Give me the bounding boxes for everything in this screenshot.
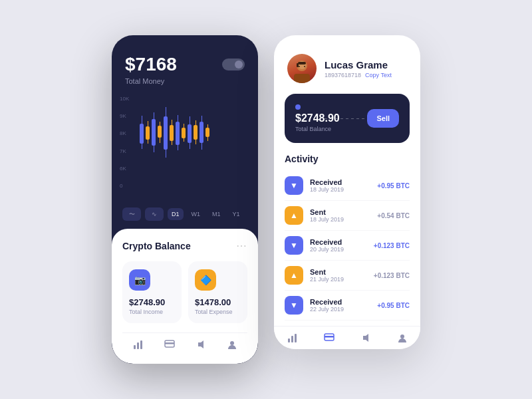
- toggle-button[interactable]: [222, 59, 245, 70]
- activity-amount-4: +0.123 BTC: [374, 272, 410, 279]
- crypto-balance-header: Crypto Balance ⋯: [122, 239, 247, 252]
- received-icon-1: ▼: [285, 176, 303, 195]
- svg-rect-1: [137, 342, 139, 349]
- expense-icon: 🔷: [195, 269, 216, 291]
- activity-info-1: Received 18 July 2019: [310, 178, 370, 193]
- time-filter-bar: 〜 ∿ D1 W1 M1 Y1: [112, 202, 258, 229]
- balance-dark-card: $2748.90 Total Balance Sell: [285, 94, 410, 143]
- activity-item-1: ▼ Received 18 July 2019 +0.95 BTC: [285, 171, 410, 201]
- nav-volume-icon[interactable]: [196, 340, 206, 350]
- nav-card-icon[interactable]: [164, 340, 175, 350]
- activity-item-4: ▲ Sent 21 July 2019 +0.123 BTC: [285, 261, 410, 291]
- income-icon: 📷: [129, 269, 150, 291]
- svg-point-6: [230, 341, 234, 345]
- chart-type-line[interactable]: 〜: [122, 207, 141, 221]
- svg-marker-5: [198, 340, 203, 348]
- svg-rect-0: [134, 345, 136, 349]
- svg-rect-16: [295, 334, 297, 342]
- total-balance-label: Total Balance: [295, 126, 340, 132]
- nav-chart-icon[interactable]: [133, 340, 144, 350]
- svg-point-13: [304, 66, 305, 67]
- right-phone: Lucas Grame 18937618718 Copy Text $2748.…: [274, 35, 420, 349]
- crypto-balance-title: Crypto Balance: [122, 241, 191, 251]
- activity-info-3: Received 20 July 2019: [310, 238, 367, 253]
- expense-card: 🔷 $1478.00 Total Expense: [188, 261, 247, 323]
- activity-info-4: Sent 21 July 2019: [310, 268, 367, 283]
- profile-id: 18937618718: [325, 72, 361, 78]
- candles: [137, 96, 250, 169]
- total-money-value: $7168: [125, 54, 177, 75]
- svg-rect-18: [325, 336, 334, 338]
- balance-dot: [295, 104, 301, 110]
- activity-info-2: Sent 18 July 2019: [310, 208, 370, 223]
- activity-amount-3: +0.123 BTC: [374, 242, 410, 249]
- activity-amount-1: +0.95 BTC: [377, 182, 410, 190]
- expense-amount: $1478.00: [195, 297, 241, 307]
- avatar: [287, 54, 317, 83]
- copy-text-button[interactable]: Copy Text: [365, 72, 392, 78]
- received-icon-3: ▼: [285, 236, 303, 255]
- timeframe-y1[interactable]: Y1: [229, 208, 244, 220]
- svg-rect-2: [140, 340, 142, 349]
- svg-rect-14: [288, 338, 290, 342]
- svg-point-12: [299, 66, 300, 67]
- activity-title: Activity: [285, 154, 410, 164]
- timeframe-w1[interactable]: W1: [188, 208, 205, 220]
- left-phone: $7168 Total Money 10K 9K 8K 7K 6K 0: [112, 35, 258, 364]
- right-nav-card-icon[interactable]: [324, 333, 334, 344]
- activity-item-2: ▲ Sent 18 July 2019 +0.54 BTC: [285, 201, 410, 231]
- candlestick-chart: 10K 9K 8K 7K 6K 0: [112, 96, 258, 202]
- svg-rect-4: [165, 342, 174, 344]
- activity-section: Activity ▼ Received 18 July 2019 +0.95 B…: [274, 154, 420, 321]
- right-bottom-nav: [274, 326, 420, 349]
- svg-rect-15: [291, 336, 293, 342]
- income-card: 📷 $2748.90 Total Income: [122, 261, 182, 323]
- balance-cards: 📷 $2748.90 Total Income 🔷 $1478.00 Total…: [122, 261, 247, 323]
- svg-marker-19: [363, 334, 368, 342]
- balance-label: Total Money: [125, 77, 245, 85]
- activity-info-5: Received 22 July 2019: [310, 298, 370, 313]
- activity-item-5: ▼ Received 22 July 2019 +0.95 BTC: [285, 291, 410, 321]
- svg-rect-11: [297, 63, 299, 67]
- sent-icon-4: ▲: [285, 266, 303, 285]
- profile-info: Lucas Grame 18937618718 Copy Text: [325, 59, 392, 78]
- more-options-icon[interactable]: ⋯: [236, 239, 247, 252]
- activity-amount-5: +0.95 BTC: [377, 302, 410, 309]
- left-bottom-nav: [122, 332, 247, 353]
- balance-dark-info: $2748.90 Total Balance: [295, 104, 340, 132]
- profile-id-row: 18937618718 Copy Text: [325, 72, 392, 78]
- sent-icon-2: ▲: [285, 206, 303, 225]
- income-amount: $2748.90: [129, 297, 175, 307]
- right-nav-chart-icon[interactable]: [287, 333, 298, 344]
- profile-name: Lucas Grame: [325, 59, 392, 70]
- crypto-balance-card: Crypto Balance ⋯ 📷 $2748.90 Total Income…: [112, 229, 258, 364]
- chart-type-wave[interactable]: ∿: [145, 207, 164, 221]
- total-balance-amount: $2748.90: [295, 112, 340, 124]
- svg-rect-10: [298, 62, 306, 65]
- profile-section: Lucas Grame 18937618718 Copy Text: [274, 35, 420, 94]
- timeframe-d1[interactable]: D1: [168, 208, 184, 220]
- received-icon-5: ▼: [285, 296, 303, 315]
- balance-amount-row: $7168: [125, 54, 245, 75]
- expense-label: Total Expense: [195, 309, 241, 315]
- sell-button[interactable]: Sell: [367, 109, 399, 128]
- svg-point-20: [400, 334, 404, 338]
- svg-rect-8: [294, 74, 310, 83]
- income-label: Total Income: [129, 309, 175, 315]
- timeframe-m1[interactable]: M1: [208, 208, 225, 220]
- nav-user-icon[interactable]: [227, 340, 237, 350]
- activity-amount-2: +0.54 BTC: [377, 212, 410, 219]
- right-nav-volume-icon[interactable]: [360, 333, 371, 344]
- right-nav-user-icon[interactable]: [397, 333, 408, 344]
- activity-item-3: ▼ Received 20 July 2019 +0.123 BTC: [285, 231, 410, 261]
- y-axis-labels: 10K 9K 8K 7K 6K 0: [120, 96, 129, 189]
